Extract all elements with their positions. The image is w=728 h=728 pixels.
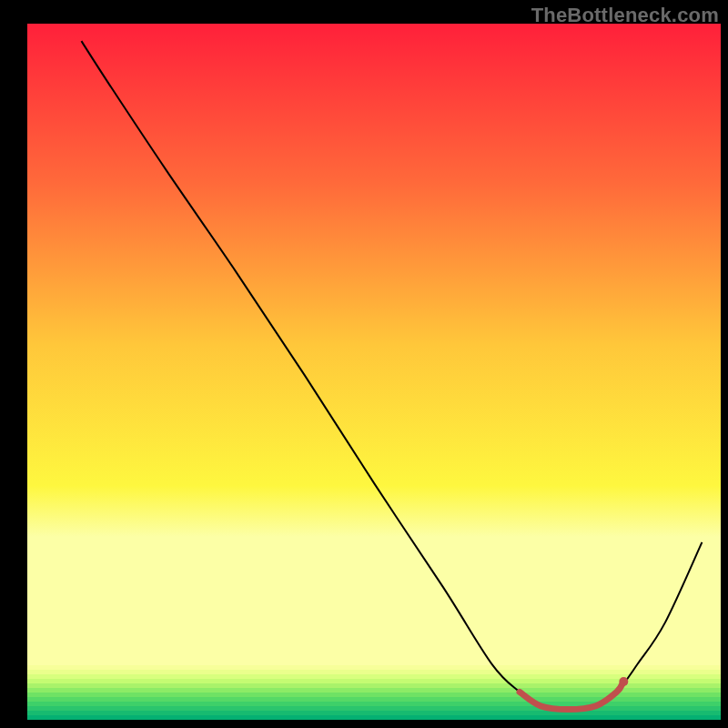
bg-band — [27, 697, 721, 703]
gradient-background — [27, 24, 721, 721]
bg-band — [27, 665, 721, 671]
bg-band — [27, 711, 721, 716]
bg-band — [27, 670, 721, 675]
svg-rect-1 — [27, 24, 721, 665]
bg-band — [27, 674, 721, 680]
watermark-text: TheBottleneck.com — [531, 4, 719, 27]
bg-band — [27, 706, 721, 712]
bg-band — [27, 715, 721, 721]
bottleneck-chart — [0, 0, 728, 728]
optimal-zone-marker-end-dot — [619, 677, 628, 686]
bg-band — [27, 702, 721, 707]
bg-band — [27, 679, 721, 684]
